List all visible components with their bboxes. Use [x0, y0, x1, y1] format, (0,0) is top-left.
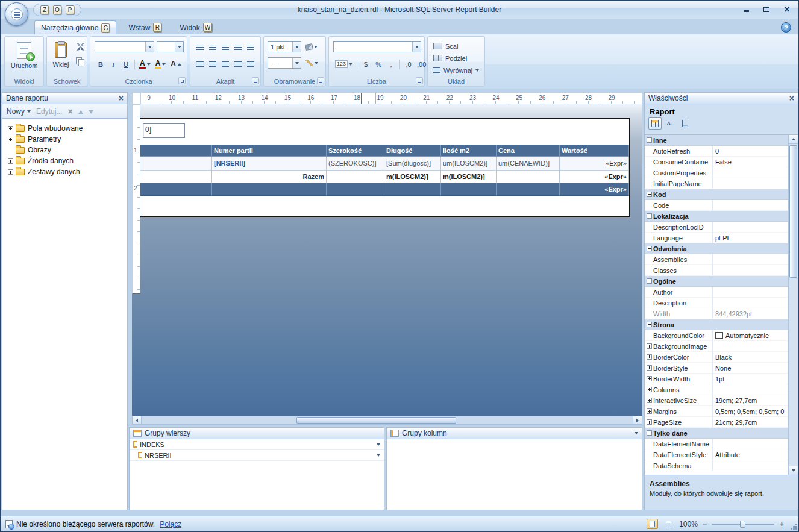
table-cell[interactable]: (SZEROKOSC)] — [327, 157, 384, 171]
table-cell[interactable]: «Expr» — [560, 183, 629, 196]
table-cell[interactable] — [497, 171, 560, 183]
align-left-button[interactable] — [194, 42, 206, 53]
zoom-slider-thumb[interactable] — [740, 521, 745, 528]
report-table[interactable]: Numer partii Szerokość Długość Ilość m2 … — [140, 145, 629, 196]
expand-icon[interactable] — [647, 387, 652, 392]
merge-button[interactable]: Scal — [431, 40, 460, 52]
property-category-row[interactable]: Ogólne — [645, 276, 788, 287]
collapse-icon[interactable] — [647, 322, 652, 327]
dropdown-button[interactable] — [412, 42, 421, 52]
table-header-cell[interactable]: Cena — [497, 145, 560, 157]
property-category-row[interactable]: Odwołania — [645, 243, 788, 254]
zoom-slider[interactable] — [712, 524, 774, 525]
collapse-icon[interactable] — [647, 246, 652, 251]
report-title-textbox[interactable]: 0] — [143, 123, 185, 138]
property-row[interactable]: PageSize21cm; 29,7cm — [645, 417, 788, 428]
move-down-button[interactable] — [89, 107, 93, 116]
table-cell[interactable] — [212, 183, 327, 196]
table-header-cell[interactable]: Numer partii — [212, 145, 327, 157]
close-button[interactable]: × — [780, 4, 794, 14]
table-cell[interactable]: um(CENAEWID)] — [497, 157, 560, 171]
table-cell[interactable] — [384, 183, 441, 196]
property-category-row[interactable]: Lokalizacja — [645, 211, 788, 222]
keytip-redo[interactable]: P — [66, 5, 74, 14]
expand-icon[interactable] — [647, 365, 652, 371]
help-button[interactable]: ? — [781, 22, 791, 33]
table-cell[interactable]: um(ILOSCM2)] — [441, 157, 497, 171]
maximize-button[interactable] — [760, 4, 773, 14]
underline-button[interactable]: U — [120, 58, 132, 70]
scroll-up-button[interactable] — [789, 135, 798, 144]
percent-button[interactable]: % — [372, 58, 384, 70]
decrease-indent-button[interactable] — [245, 58, 257, 70]
property-pages-button[interactable] — [678, 117, 692, 130]
scroll-right-button[interactable] — [633, 416, 642, 424]
border-color-button[interactable] — [304, 57, 320, 69]
properties-scrollbar[interactable] — [788, 135, 798, 475]
highlight-color-button[interactable]: A — [153, 58, 168, 70]
collapse-icon[interactable] — [647, 278, 652, 284]
property-row[interactable]: DataSchema — [645, 460, 788, 471]
table-cell[interactable] — [140, 183, 212, 196]
thousands-separator-button[interactable]: , — [385, 58, 397, 70]
design-canvas[interactable]: 12 0] Numer partii Szerokość Długość Ilo… — [132, 104, 642, 416]
increase-decimal-button[interactable]: ,0 — [403, 58, 415, 70]
bold-button[interactable]: B — [95, 58, 107, 70]
property-row[interactable]: Columns — [645, 384, 788, 395]
dropdown-button[interactable] — [145, 42, 154, 52]
expand-icon[interactable] — [8, 126, 13, 131]
align-center-button[interactable] — [207, 42, 219, 53]
table-cell[interactable]: m(ILOSCM2)] — [384, 171, 441, 183]
table-cell[interactable] — [327, 183, 384, 196]
number-dialog-launcher[interactable] — [416, 77, 423, 84]
keytip-undo[interactable]: O — [53, 5, 61, 14]
design-view-button[interactable] — [647, 519, 658, 529]
move-up-button[interactable] — [78, 107, 83, 116]
border-dialog-launcher[interactable] — [317, 77, 324, 84]
property-row[interactable]: ConsumeContaineFalse — [645, 157, 788, 167]
close-panel-icon[interactable]: × — [119, 95, 124, 102]
property-category-row[interactable]: Kod — [645, 189, 788, 200]
align-middle-button[interactable] — [207, 58, 219, 70]
tab-home[interactable]: Narzędzia główne G — [34, 20, 116, 34]
currency-button[interactable]: $ — [360, 58, 372, 70]
number-format-combo[interactable] — [333, 41, 421, 52]
bullet-list-button[interactable] — [232, 58, 244, 70]
tree-item[interactable]: Parametry — [2, 134, 127, 145]
border-width-combo[interactable]: 1 pkt — [268, 41, 301, 52]
border-style-combo[interactable]: — — [268, 57, 301, 69]
office-button[interactable] — [5, 2, 28, 26]
expand-icon[interactable] — [647, 408, 652, 414]
align-top-button[interactable] — [194, 58, 206, 70]
close-panel-icon[interactable]: × — [789, 95, 794, 102]
align-bottom-button[interactable] — [219, 58, 231, 70]
property-category-row[interactable]: Tylko dane — [645, 428, 788, 439]
align-menu-button[interactable]: Wyrównaj — [431, 64, 481, 76]
property-row[interactable]: DescriptionLocID — [645, 222, 788, 233]
dropdown-button[interactable] — [292, 58, 301, 68]
keytip-save[interactable]: Z — [40, 5, 49, 14]
border-fill-button[interactable] — [304, 41, 319, 52]
property-row[interactable]: DataElementStyleAttribute — [645, 449, 788, 460]
tab-view[interactable]: Widok W — [174, 20, 218, 34]
table-header-cell[interactable] — [140, 145, 212, 157]
table-header-cell[interactable]: Wartość — [560, 145, 629, 157]
table-cell[interactable]: «Expr» — [560, 157, 629, 171]
tree-item[interactable]: Obrazy — [2, 145, 127, 155]
expand-icon[interactable] — [647, 354, 652, 360]
connect-link[interactable]: Połącz — [160, 520, 181, 528]
align-right-button[interactable] — [219, 42, 231, 53]
table-cell[interactable]: [Sum(dlugosc)] — [384, 157, 441, 171]
vertical-scroll-thumb[interactable] — [789, 145, 797, 278]
property-row[interactable]: Description — [645, 298, 788, 308]
table-cell[interactable]: Razem — [212, 171, 327, 183]
table-header-cell[interactable]: Szerokość — [327, 145, 384, 157]
scroll-down-button[interactable] — [789, 466, 798, 475]
tab-insert[interactable]: Wstaw R — [122, 20, 168, 34]
edit-button[interactable]: Edytuj... — [36, 107, 62, 116]
collapse-icon[interactable] — [647, 137, 652, 143]
property-category-row[interactable]: Strona — [645, 319, 788, 330]
table-cell[interactable] — [140, 171, 212, 183]
increase-indent-button[interactable] — [245, 42, 257, 53]
chevron-down-icon[interactable] — [634, 432, 638, 434]
